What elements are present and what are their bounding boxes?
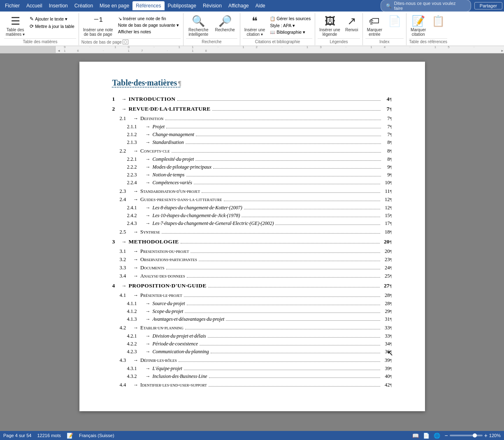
ref-table-icon: 📋 [432,15,445,28]
toc-entry-4-1-2: 4.1.2 → Scope·du·projet 29 ¶ [127,308,392,315]
ribbon-group-ref-table: 📝 Marquercitation 📋 Table des références [406,13,450,45]
menu-accueil[interactable]: Accueil [23,1,46,10]
toc-entry-3-1: 3.1 → Presentation·du·projet 20 ¶ [120,248,392,255]
index-placeholder[interactable]: 📄 [386,14,404,28]
cross-ref-button[interactable]: ↗ Renvoi [344,14,360,33]
toc-entry-4-2-1: 4.2.1 → Division·du·projet·et·délais 33 … [127,333,392,339]
toc-entry-2-1-1: 2.1.1 → Projet 7 ¶ [127,124,392,130]
toc-entry-3: 3 → METHODOLOGIE 20 ¶ [112,239,392,245]
mark-entry-icon: 🏷 [369,15,380,28]
toc-entry-4-2-2: 4.2.2 → Période·de·coexistence 34 ¶ [127,341,392,347]
citations-group-label: Citations et bibliographie [243,38,312,45]
show-notes-button[interactable]: Afficher les notes [116,29,181,35]
legend-icon: 🖼 [325,15,335,28]
toc-entry-2-2-3: 2.2.3 → Notion·de·temps 9 ¶ [127,172,392,178]
ruler-area: ◄ · 1 · 2 · 3 · 4 · 5 · 6 · 7 · 8 · 9 · … [0,46,504,53]
search-icon: 🔍 [386,3,392,9]
menu-publipostage[interactable]: Publipostage [165,1,200,10]
status-bar: Page 4 sur 54 12216 mots 📝 Français (Sui… [0,431,504,432]
ribbon-group-toc: ☰ Table desmatières ▾ ✎ Ajouter le texte… [2,13,79,45]
ribbon: ☰ Table desmatières ▾ ✎ Ajouter le texte… [0,12,504,46]
insert-legend-button[interactable]: 🖼 Insérer unelégende [318,14,342,37]
smart-search-button[interactable]: 🔍 Rechercheintelligente [186,14,211,37]
menu-fichier[interactable]: Fichier [2,1,23,10]
menu-references[interactable]: Références [132,1,164,10]
document-area: Table·des·matières¶ 1 → INTRODUCTION 4 ¶… [0,53,504,432]
insert-endnote-button[interactable]: ↘ Insérer une note de fin [116,16,181,21]
search-group-label: Recherche [186,38,237,45]
add-icon: ✎ [30,16,34,22]
toc-entry-1: 1 → INTRODUCTION 4 ¶ [112,96,392,102]
menu-insertion[interactable]: Insertion [46,1,71,10]
legends-group-label: Légendes [318,38,360,45]
menu-revision[interactable]: Révision [200,1,225,10]
toc-entry-4-1-1: 4.1.1 → Source·du·projet 28 ¶ [127,301,392,307]
footnotes-group-label: Notes de bas de page ⬡ [81,38,181,46]
ribbon-group-citations: ❝ Insérer unecitation ▾ 📋 Gérer les sour… [240,13,315,45]
toc-entry-2-1: 2.1 → Definition 7 ¶ [120,116,392,122]
toc-entry-4-2: 4.2 → Etablir·un·planning 33 ¶ [120,325,392,331]
toc-entry-2-5: 2.5 → Synthese 18 ¶ [120,229,392,235]
menu-bar: Fichier Accueil Insertion Création Mise … [0,0,504,12]
toc-icon: ☰ [11,15,20,28]
toc-entry-2: 2 → REVUE·DE·LA·LITTERATURE 7 ¶ [112,106,392,112]
menu-aide[interactable]: Aide [252,1,269,10]
search-placeholder-text: Dites-nous ce que vous voulez faire [394,1,466,11]
cursor: ↖ [387,349,392,355]
search-icon2: 🔎 [218,15,232,28]
toc-title: Table·des·matières¶ [112,78,392,88]
toc-entry-3-4: 3.4 → Analyse·des·donnees 25 ¶ [120,273,392,279]
ribbon-group-search: 🔍 Rechercheintelligente 🔎 Recherche Rech… [183,13,240,45]
search-button[interactable]: 🔎 Recherche [212,14,237,33]
ribbon-group-legends: 🖼 Insérer unelégende ↗ Renvoi Légendes [315,13,363,45]
toc-entry-4-3: 4.3 → Définir·les·rôles 39 ¶ [120,357,392,364]
toc-entry-2-1-2: 2.1.2 → Change·management 7 ¶ [127,132,392,138]
insert-ref-table-button[interactable]: 📋 [429,14,447,28]
document-page: Table·des·matières¶ 1 → INTRODUCTION 4 ¶… [79,62,425,411]
ribbon-group-footnotes: ⁻¹ Insérer une notede bas de page ↘ Insé… [79,13,183,46]
menu-affichage[interactable]: Affichage [225,1,252,10]
mark-citation-icon: 📝 [412,15,425,28]
insert-footnote-button[interactable]: ⁻¹ Insérer une notede bas de page [81,14,115,37]
cross-ref-icon: ↗ [347,15,356,28]
ref-table-group-label: Table des références [409,38,447,45]
next-footnote-button[interactable]: Note de bas de page suivante ▾ [116,22,181,28]
style-button[interactable]: Style : APA ▾ [268,23,312,28]
toc-entry-4-2-3: 4.2.3 → Communication·du·planning 36 ¶ [127,349,392,355]
toc-entry-4-4: 4.4 → Identifier·les·end-user-support 42… [120,382,392,388]
bibliography-button[interactable]: 📖 Bibliographie ▾ [268,29,312,35]
toc-group-label: Table des matières [4,38,76,45]
toc-entry-2-4-1: 2.4.1 → Les·8·étapes·du·changement·de·Ko… [127,205,392,211]
toc-entry-2-1-3: 2.1.3 → Standardisation 8 ¶ [127,139,392,146]
toc-button[interactable]: ☰ Table desmatières ▾ [4,14,26,37]
toc-entry-2-2: 2.2 → Concepts·cle 8 ¶ [120,148,392,154]
toc-entry-3-3: 3.3 → Documents 24 ¶ [120,265,392,271]
toc-entry-2-2-1: 2.2.1 → Complexité·du·projet 8 ¶ [127,156,392,162]
toc-entry-2-4-3: 2.4.3 → Les·7·étapes·du·changement·de·Ge… [127,220,392,227]
mark-entry-button[interactable]: 🏷 Marquerentrée [365,14,384,37]
toc-entry-2-4-2: 2.4.2 → Les·10·étapes·du·changement·de·J… [127,213,392,219]
add-text-button[interactable]: ✎ Ajouter le texte ▾ [28,16,76,22]
search-box[interactable]: 🔍 Dites-nous ce que vous voulez faire [381,0,471,12]
index-group-label: Index [365,38,404,45]
index-icon: 📄 [388,15,401,28]
toc-entry-4-3-1: 4.3.1 → L'équipe·projet 39 ¶ [127,366,392,372]
toc-entry-2-2-4: 2.2.4 → Compétences·variés 10 ¶ [127,180,392,186]
toc-entry-2-4: 2.4 → Guides·presents·dans·la·litteratur… [120,197,392,203]
toc-entry-4-3-2: 4.3.2 → Inclusion·des·Business·Line 40 ¶ [127,373,392,380]
mark-citation-button[interactable]: 📝 Marquercitation [409,14,427,37]
citation-icon: ❝ [252,15,258,28]
update-toc-button[interactable]: ⟳ Mettre à jour la table [28,23,76,30]
share-button[interactable]: Partager [474,2,502,9]
ribbon-group-index: 🏷 Marquerentrée 📄 Index [363,13,406,45]
toc-entry-4: 4 → PROPOSITION·D'UN·GUIDE 27 ¶ [112,283,392,289]
footnote-icon: ⁻¹ [93,15,103,28]
insert-citation-button[interactable]: ❝ Insérer unecitation ▾ [243,14,267,37]
toc-entry-2-2-2: 2.2.2 → Modes·de·pilotage·principaux 9 ¶ [127,164,392,170]
menu-creation[interactable]: Création [71,1,96,10]
manage-sources-button[interactable]: 📋 Gérer les sources [268,16,312,22]
toc-entry-4-1: 4.1 → Présenter·le·projet 28 ¶ [120,292,392,299]
menu-mise-en-page[interactable]: Mise en page [96,1,132,10]
update-icon: ⟳ [30,23,34,29]
toc-entry-3-2: 3.2 → Observations·participantes 23 ¶ [120,257,392,263]
